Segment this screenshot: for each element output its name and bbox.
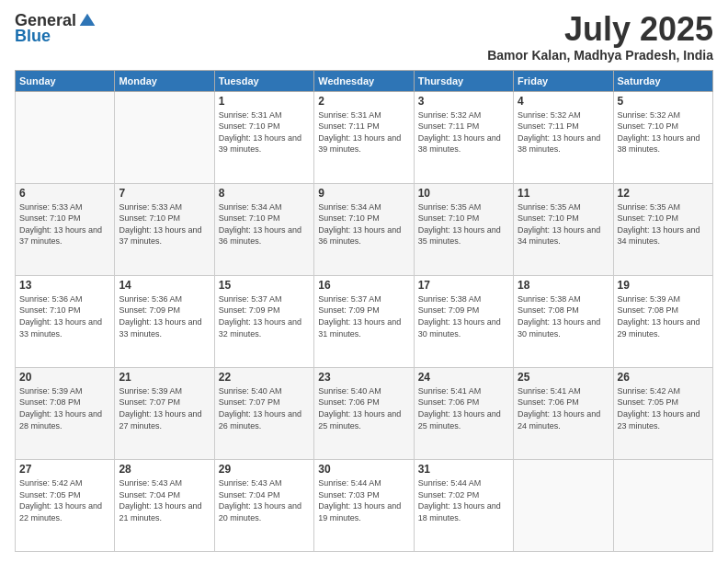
day-number: 10: [418, 187, 509, 200]
table-row: 12Sunrise: 5:35 AMSunset: 7:10 PMDayligh…: [613, 183, 712, 275]
calendar-week-row: 6Sunrise: 5:33 AMSunset: 7:10 PMDaylight…: [16, 183, 713, 275]
table-row: 11Sunrise: 5:35 AMSunset: 7:10 PMDayligh…: [514, 183, 613, 275]
table-row: 8Sunrise: 5:34 AMSunset: 7:10 PMDaylight…: [214, 183, 313, 275]
table-row: 10Sunrise: 5:35 AMSunset: 7:10 PMDayligh…: [414, 183, 513, 275]
table-row: 9Sunrise: 5:34 AMSunset: 7:10 PMDaylight…: [314, 183, 414, 275]
table-row: 14Sunrise: 5:36 AMSunset: 7:09 PMDayligh…: [115, 275, 214, 367]
table-row: 25Sunrise: 5:41 AMSunset: 7:06 PMDayligh…: [514, 367, 613, 459]
table-row: 21Sunrise: 5:39 AMSunset: 7:07 PMDayligh…: [115, 367, 214, 459]
day-number: 14: [119, 279, 210, 292]
table-row: 28Sunrise: 5:43 AMSunset: 7:04 PMDayligh…: [115, 459, 214, 551]
day-number: 15: [219, 279, 310, 292]
day-number: 6: [19, 187, 110, 200]
day-info: Sunrise: 5:33 AMSunset: 7:10 PMDaylight:…: [19, 201, 110, 247]
table-row: 2Sunrise: 5:31 AMSunset: 7:11 PMDaylight…: [314, 91, 414, 183]
calendar-week-row: 13Sunrise: 5:36 AMSunset: 7:10 PMDayligh…: [16, 275, 713, 367]
day-info: Sunrise: 5:40 AMSunset: 7:07 PMDaylight:…: [219, 385, 310, 431]
table-row: 24Sunrise: 5:41 AMSunset: 7:06 PMDayligh…: [414, 367, 513, 459]
day-number: 26: [618, 371, 709, 384]
day-info: Sunrise: 5:33 AMSunset: 7:10 PMDaylight:…: [119, 201, 210, 247]
table-row: 19Sunrise: 5:39 AMSunset: 7:08 PMDayligh…: [613, 275, 712, 367]
day-number: 19: [618, 279, 709, 292]
calendar-header-row: Sunday Monday Tuesday Wednesday Thursday…: [16, 70, 713, 91]
day-number: 20: [19, 371, 110, 384]
day-info: Sunrise: 5:42 AMSunset: 7:05 PMDaylight:…: [19, 477, 110, 523]
day-info: Sunrise: 5:31 AMSunset: 7:10 PMDaylight:…: [219, 109, 310, 155]
table-row: 20Sunrise: 5:39 AMSunset: 7:08 PMDayligh…: [16, 367, 115, 459]
calendar-week-row: 1Sunrise: 5:31 AMSunset: 7:10 PMDaylight…: [16, 91, 713, 183]
day-number: 22: [219, 371, 310, 384]
table-row: [514, 459, 613, 551]
col-friday: Friday: [514, 70, 613, 91]
table-row: 7Sunrise: 5:33 AMSunset: 7:10 PMDaylight…: [115, 183, 214, 275]
table-row: 15Sunrise: 5:37 AMSunset: 7:09 PMDayligh…: [214, 275, 313, 367]
col-monday: Monday: [115, 70, 214, 91]
day-number: 1: [219, 95, 310, 108]
day-info: Sunrise: 5:41 AMSunset: 7:06 PMDaylight:…: [418, 385, 509, 431]
day-number: 17: [418, 279, 509, 292]
day-info: Sunrise: 5:34 AMSunset: 7:10 PMDaylight:…: [318, 201, 409, 247]
table-row: 4Sunrise: 5:32 AMSunset: 7:11 PMDaylight…: [514, 91, 613, 183]
day-number: 21: [119, 371, 210, 384]
col-sunday: Sunday: [16, 70, 115, 91]
header: General Blue July 2025 Bamor Kalan, Madh…: [15, 11, 713, 63]
table-row: 29Sunrise: 5:43 AMSunset: 7:04 PMDayligh…: [214, 459, 313, 551]
day-number: 8: [219, 187, 310, 200]
table-row: [16, 91, 115, 183]
table-row: 31Sunrise: 5:44 AMSunset: 7:02 PMDayligh…: [414, 459, 513, 551]
col-wednesday: Wednesday: [314, 70, 414, 91]
day-info: Sunrise: 5:38 AMSunset: 7:09 PMDaylight:…: [418, 293, 509, 339]
calendar-table: Sunday Monday Tuesday Wednesday Thursday…: [15, 70, 713, 552]
table-row: 3Sunrise: 5:32 AMSunset: 7:11 PMDaylight…: [414, 91, 513, 183]
day-number: 13: [19, 279, 110, 292]
day-number: 4: [518, 95, 609, 108]
table-row: [115, 91, 214, 183]
day-number: 25: [518, 371, 609, 384]
day-info: Sunrise: 5:40 AMSunset: 7:06 PMDaylight:…: [318, 385, 409, 431]
calendar-week-row: 20Sunrise: 5:39 AMSunset: 7:08 PMDayligh…: [16, 367, 713, 459]
day-number: 2: [318, 95, 409, 108]
day-number: 5: [618, 95, 709, 108]
day-number: 18: [518, 279, 609, 292]
table-row: 5Sunrise: 5:32 AMSunset: 7:10 PMDaylight…: [613, 91, 712, 183]
day-number: 28: [119, 463, 210, 476]
table-row: 22Sunrise: 5:40 AMSunset: 7:07 PMDayligh…: [214, 367, 313, 459]
table-row: 16Sunrise: 5:37 AMSunset: 7:09 PMDayligh…: [314, 275, 414, 367]
table-row: 18Sunrise: 5:38 AMSunset: 7:08 PMDayligh…: [514, 275, 613, 367]
table-row: 6Sunrise: 5:33 AMSunset: 7:10 PMDaylight…: [16, 183, 115, 275]
day-info: Sunrise: 5:34 AMSunset: 7:10 PMDaylight:…: [219, 201, 310, 247]
day-number: 9: [318, 187, 409, 200]
day-info: Sunrise: 5:37 AMSunset: 7:09 PMDaylight:…: [219, 293, 310, 339]
svg-marker-0: [80, 13, 96, 25]
logo: General Blue: [15, 11, 97, 46]
day-info: Sunrise: 5:37 AMSunset: 7:09 PMDaylight:…: [318, 293, 409, 339]
col-tuesday: Tuesday: [214, 70, 313, 91]
day-info: Sunrise: 5:43 AMSunset: 7:04 PMDaylight:…: [119, 477, 210, 523]
table-row: 30Sunrise: 5:44 AMSunset: 7:03 PMDayligh…: [314, 459, 414, 551]
col-saturday: Saturday: [613, 70, 712, 91]
day-info: Sunrise: 5:36 AMSunset: 7:09 PMDaylight:…: [119, 293, 210, 339]
day-number: 12: [618, 187, 709, 200]
day-number: 24: [418, 371, 509, 384]
day-info: Sunrise: 5:32 AMSunset: 7:10 PMDaylight:…: [618, 109, 709, 155]
day-number: 7: [119, 187, 210, 200]
day-number: 3: [418, 95, 509, 108]
day-info: Sunrise: 5:35 AMSunset: 7:10 PMDaylight:…: [618, 201, 709, 247]
day-number: 30: [318, 463, 409, 476]
title-area: July 2025 Bamor Kalan, Madhya Pradesh, I…: [487, 11, 713, 63]
day-info: Sunrise: 5:32 AMSunset: 7:11 PMDaylight:…: [518, 109, 609, 155]
day-info: Sunrise: 5:36 AMSunset: 7:10 PMDaylight:…: [19, 293, 110, 339]
day-info: Sunrise: 5:41 AMSunset: 7:06 PMDaylight:…: [518, 385, 609, 431]
day-info: Sunrise: 5:35 AMSunset: 7:10 PMDaylight:…: [518, 201, 609, 247]
table-row: 1Sunrise: 5:31 AMSunset: 7:10 PMDaylight…: [214, 91, 313, 183]
day-info: Sunrise: 5:39 AMSunset: 7:08 PMDaylight:…: [618, 293, 709, 339]
table-row: 26Sunrise: 5:42 AMSunset: 7:05 PMDayligh…: [613, 367, 712, 459]
logo-blue-text: Blue: [15, 27, 51, 46]
page: General Blue July 2025 Bamor Kalan, Madh…: [0, 0, 728, 563]
day-info: Sunrise: 5:35 AMSunset: 7:10 PMDaylight:…: [418, 201, 509, 247]
table-row: 13Sunrise: 5:36 AMSunset: 7:10 PMDayligh…: [16, 275, 115, 367]
day-number: 23: [318, 371, 409, 384]
table-row: 27Sunrise: 5:42 AMSunset: 7:05 PMDayligh…: [16, 459, 115, 551]
day-info: Sunrise: 5:44 AMSunset: 7:03 PMDaylight:…: [318, 477, 409, 523]
month-year: July 2025: [487, 11, 713, 48]
